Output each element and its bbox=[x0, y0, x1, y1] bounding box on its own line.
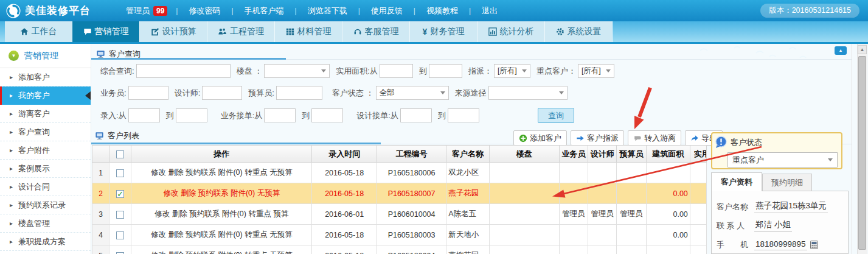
move-to-drift-button[interactable]: 转入游离 bbox=[628, 130, 681, 146]
tab-customer-info[interactable]: 客户资料 bbox=[711, 172, 762, 191]
row-checkbox[interactable] bbox=[116, 169, 124, 177]
vip-filter-select[interactable]: [所有] bbox=[578, 64, 614, 78]
design-order-to-input[interactable] bbox=[448, 108, 479, 122]
assign-filter-label: 指派： bbox=[468, 66, 492, 77]
tab-statistics[interactable]: 统计分析 bbox=[477, 21, 545, 42]
row-actions[interactable]: 修改 删除 预约联系 附件(0) 转重点 无预算 bbox=[131, 163, 312, 183]
menu-logout[interactable]: 退出 bbox=[479, 5, 500, 16]
entry-from-input[interactable] bbox=[128, 108, 160, 122]
table-row[interactable]: 4 修改 删除 预约联系 附件(0) 转重点 无预算 2016-05-18 P1… bbox=[92, 225, 707, 245]
source-select[interactable] bbox=[488, 86, 568, 100]
brand: 美佳装修平台 bbox=[6, 4, 91, 18]
select-all-checkbox[interactable] bbox=[116, 150, 124, 158]
cell-project-code: P1605180003 bbox=[377, 225, 446, 245]
tab-material-mgmt[interactable]: 材料管理 bbox=[275, 21, 342, 42]
monitor-icon bbox=[96, 50, 105, 58]
menu-mobile-client[interactable]: 手机客户端 bbox=[242, 5, 286, 16]
tab-marketing[interactable]: 营销管理 bbox=[72, 21, 140, 42]
notification-badge[interactable]: 99 bbox=[153, 6, 167, 16]
customer-name-label: 客户名称 bbox=[717, 202, 754, 213]
row-checkbox-checked[interactable] bbox=[116, 190, 124, 198]
row-actions[interactable]: 修改 删除 预约联系 附件(0) 转重点 无预算 bbox=[131, 245, 312, 254]
table-row[interactable]: 3 修改 删除 预约联系 附件(0) 转重点 预算 2016-06-01 P16… bbox=[92, 204, 707, 225]
search-button[interactable]: 查询 bbox=[538, 108, 574, 123]
brand-name: 美佳装修平台 bbox=[25, 4, 91, 18]
tab-system-settings[interactable]: 系统设置 bbox=[545, 21, 613, 42]
collapse-panel-button[interactable]: ▲ bbox=[835, 46, 847, 55]
salesman-input[interactable] bbox=[128, 86, 168, 100]
tab-finance[interactable]: ¥ 财务管理 bbox=[410, 21, 477, 42]
yen-icon: ¥ bbox=[423, 27, 428, 37]
cell-entry-date: 2016-05-18 bbox=[312, 245, 377, 254]
sidebar-item-my-customers[interactable]: ▸我的客户 bbox=[0, 86, 91, 105]
sales-order-from-input[interactable] bbox=[264, 108, 296, 122]
sidebar-item-customer-attachments[interactable]: ▸客户附件 bbox=[0, 141, 91, 160]
select-value: [所有] bbox=[498, 66, 517, 76]
sidebar-item-customer-query[interactable]: ▸客户查询 bbox=[0, 123, 91, 141]
area-from-input[interactable] bbox=[380, 64, 413, 78]
tab-project-mgmt[interactable]: 工程管理 bbox=[207, 21, 275, 42]
phone-label: 手 机 bbox=[717, 239, 754, 250]
customer-table: 操作 录入时间 工程编号 客户名称 楼盘 业务员 设计师 预算员 建筑面积 实用… bbox=[92, 145, 707, 254]
cell-budgeter bbox=[617, 183, 646, 204]
assign-filter-select[interactable]: [所有] bbox=[494, 64, 530, 78]
budgeter-input[interactable] bbox=[276, 86, 322, 100]
row-checkbox[interactable] bbox=[116, 231, 124, 239]
col-building: 楼盘 bbox=[489, 146, 559, 163]
sidebar-item-add-customer[interactable]: ▸添加客户 bbox=[0, 68, 91, 86]
sidebar-item-case-showcase[interactable]: ▸案例展示 bbox=[0, 160, 91, 178]
tab-workbench[interactable]: 工作台 bbox=[5, 21, 72, 42]
collapse-circle-icon[interactable]: ▼ bbox=[9, 51, 19, 61]
sidebar-item-parttime-sales[interactable]: ▸兼职业务员 bbox=[0, 251, 91, 254]
tab-design-budget[interactable]: 设计预算 bbox=[140, 21, 207, 42]
monitor-icon bbox=[95, 132, 104, 140]
customer-status-select[interactable]: 重点客户 bbox=[727, 152, 838, 168]
building-filter-select[interactable] bbox=[264, 64, 330, 78]
row-actions[interactable]: 修改 删除 预约联系 附件(0) 转重点 预算 bbox=[131, 204, 312, 225]
cell-extra bbox=[690, 183, 706, 204]
sidebar-item-design-contract[interactable]: ▸设计合同 bbox=[0, 178, 91, 196]
table-row-selected[interactable]: 2 修改 删除 预约联系 附件(0) 无预算 2016-05-18 P16051… bbox=[92, 183, 707, 204]
row-actions[interactable]: 修改 删除 预约联系 附件(0) 转重点 无预算 bbox=[131, 225, 312, 245]
sidebar-item-drift-customers[interactable]: ▸游离客户 bbox=[0, 105, 91, 123]
users-icon bbox=[218, 27, 227, 36]
row-actions[interactable]: 修改 删除 预约联系 附件(0) 无预算 bbox=[131, 183, 312, 204]
area-to-input[interactable] bbox=[429, 64, 462, 78]
menu-video-tutorial[interactable]: 视频教程 bbox=[424, 5, 460, 16]
cell-building bbox=[489, 204, 559, 225]
title-underline-accent bbox=[91, 143, 381, 144]
tab-customer-service[interactable]: 客服管理 bbox=[342, 21, 410, 42]
col-entry-date: 录入时间 bbox=[312, 146, 377, 163]
design-order-from-input[interactable] bbox=[400, 108, 432, 122]
menu-change-password[interactable]: 修改密码 bbox=[186, 5, 223, 16]
row-checkbox[interactable] bbox=[116, 252, 124, 254]
to-label: 到 bbox=[166, 110, 174, 121]
sidebar-item-building-mgmt[interactable]: ▸楼盘管理 bbox=[0, 214, 91, 233]
sms-phone-icon[interactable] bbox=[810, 241, 818, 249]
cell-build-area: 0.00 bbox=[646, 183, 690, 204]
sidebar-header[interactable]: ▼ 营销管理 bbox=[0, 44, 91, 68]
table-row[interactable]: 5 修改 删除 预约联系 附件(0) 转重点 无预算 2016-05-18 P1… bbox=[92, 245, 707, 254]
current-user[interactable]: 管理员 99 bbox=[126, 5, 167, 16]
scrollbar-up-arrow[interactable]: ▲ bbox=[858, 45, 867, 54]
menu-browser-download[interactable]: 浏览器下载 bbox=[305, 5, 350, 16]
select-value: 重点客户 bbox=[732, 155, 764, 166]
sidebar-item-parttime-commission[interactable]: ▸兼职提成方案 bbox=[0, 233, 91, 251]
scrollbar-thumb[interactable] bbox=[858, 56, 866, 250]
sales-order-to-input[interactable] bbox=[311, 108, 343, 122]
assign-customer-button[interactable]: 客户指派 bbox=[571, 130, 624, 146]
detail-field: 手 机 18180999895 bbox=[717, 235, 848, 254]
col-actions: 操作 bbox=[131, 146, 312, 163]
table-row[interactable]: 1 修改 删除 预约联系 附件(0) 转重点 无预算 2016-05-18 P1… bbox=[92, 163, 707, 183]
designer-input[interactable] bbox=[202, 86, 242, 100]
add-customer-button[interactable]: 添加客户 bbox=[513, 130, 567, 146]
detail-field: 联 系 人 郑洁 小姐 bbox=[717, 216, 848, 235]
triangle-icon: ▸ bbox=[10, 251, 13, 254]
tab-appointment-detail[interactable]: 预约明细 bbox=[762, 174, 812, 191]
row-checkbox[interactable] bbox=[116, 211, 124, 219]
combined-query-input[interactable] bbox=[136, 64, 231, 78]
menu-feedback[interactable]: 使用反馈 bbox=[369, 5, 405, 16]
entry-to-input[interactable] bbox=[176, 108, 207, 122]
customer-status-select[interactable]: 全部 bbox=[376, 86, 449, 100]
sidebar-item-appointment-records[interactable]: ▸预约联系记录 bbox=[0, 196, 91, 214]
